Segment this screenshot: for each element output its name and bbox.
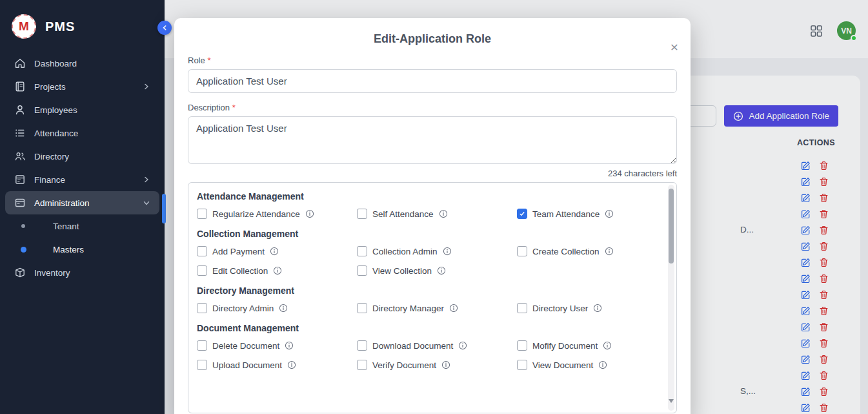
projects-icon [14, 81, 26, 92]
sidebar-item-label: Dashboard [34, 59, 150, 68]
info-icon[interactable] [437, 266, 446, 275]
sidebar-item-masters[interactable]: Masters [0, 238, 165, 261]
checkbox[interactable] [357, 246, 367, 256]
permission-item[interactable]: Download Document [357, 338, 517, 353]
info-icon[interactable] [287, 360, 296, 369]
info-icon[interactable] [598, 360, 607, 369]
permission-label: Verify Document [372, 360, 436, 370]
sidebar-item-dashboard[interactable]: Dashboard [5, 52, 159, 75]
permissions-scrollbar[interactable] [668, 185, 674, 411]
info-icon[interactable] [593, 304, 602, 313]
permission-label: Self Attendance [372, 209, 434, 219]
logo-icon: M [12, 14, 36, 39]
permission-label: Upload Document [212, 360, 282, 370]
logo-letter: M [19, 19, 29, 34]
sidebar-item-finance[interactable]: Finance [5, 168, 159, 191]
checkbox[interactable] [197, 340, 207, 351]
permission-section-title: Document Management [197, 323, 657, 333]
permission-item[interactable]: Team Attendance [517, 206, 677, 222]
permission-item[interactable]: Edit Collection [197, 263, 357, 278]
info-icon[interactable] [605, 209, 614, 218]
permission-item[interactable]: Add Payment [197, 243, 357, 259]
sidebar: M PMS Dashboard Projects Employees Atten… [0, 0, 165, 414]
description-field: Description * Application Test User 234 … [188, 103, 677, 178]
info-icon[interactable] [305, 209, 314, 218]
permission-item[interactable]: Directory User [517, 300, 677, 316]
checkbox[interactable] [197, 303, 207, 313]
permission-item[interactable]: Collection Admin [357, 243, 517, 259]
permission-item[interactable]: Regularize Attendance [197, 206, 357, 222]
scrollbar-down-arrow[interactable] [669, 399, 674, 403]
checkbox-checked[interactable] [517, 209, 527, 219]
permission-label: View Document [532, 360, 593, 370]
checkbox[interactable] [197, 265, 207, 276]
permission-label: Add Payment [212, 247, 265, 256]
checkbox[interactable] [357, 340, 367, 351]
permission-item[interactable]: Directory Admin [197, 300, 357, 316]
checkbox[interactable] [517, 340, 527, 351]
checkbox[interactable] [197, 246, 207, 256]
permission-item[interactable]: Mofify Document [517, 338, 677, 353]
permission-label: View Collection [372, 266, 432, 276]
permission-item[interactable]: Directory Manager [357, 300, 517, 316]
permission-label: Directory Manager [372, 304, 444, 313]
checkbox[interactable] [517, 303, 527, 313]
info-icon[interactable] [443, 247, 452, 256]
role-label: Role * [188, 56, 677, 65]
permission-item[interactable]: Upload Document [197, 357, 357, 373]
checkbox[interactable] [517, 360, 527, 370]
checkbox[interactable] [357, 265, 367, 276]
permission-item[interactable]: Verify Document [357, 357, 517, 373]
info-icon[interactable] [458, 341, 467, 350]
permission-item[interactable]: View Document [517, 357, 677, 373]
info-icon[interactable] [439, 209, 448, 218]
checkbox[interactable] [197, 209, 207, 219]
permission-item[interactable]: Delete Document [197, 338, 357, 353]
info-icon[interactable] [279, 304, 288, 313]
permission-item[interactable]: View Collection [357, 263, 517, 278]
required-asterisk: * [207, 56, 210, 65]
checkbox[interactable] [517, 246, 527, 256]
permission-section: Directory ManagementDirectory AdminDirec… [197, 285, 657, 316]
permission-item[interactable]: Self Attendance [357, 206, 517, 222]
info-icon[interactable] [270, 247, 279, 256]
sidebar-collapse-button[interactable] [157, 21, 172, 35]
scrollbar-thumb[interactable] [669, 189, 674, 264]
checkbox[interactable] [357, 209, 367, 219]
permission-label: Collection Admin [372, 247, 438, 256]
info-icon[interactable] [605, 247, 614, 256]
info-icon[interactable] [441, 360, 450, 369]
permission-label: Team Attendance [532, 209, 600, 219]
administration-icon [14, 197, 26, 209]
sidebar-item-attendance[interactable]: Attendance [5, 121, 159, 145]
info-icon[interactable] [273, 266, 282, 275]
info-icon[interactable] [603, 341, 612, 350]
permission-item[interactable]: Create Collection [517, 243, 677, 259]
sidebar-item-label: Finance [34, 175, 134, 185]
role-input[interactable] [188, 69, 677, 93]
modal-title: Edit-Application Role [188, 32, 677, 46]
permission-section-title: Collection Management [197, 229, 657, 239]
description-textarea[interactable]: Application Test User [188, 116, 677, 164]
sidebar-item-directory[interactable]: Directory [5, 145, 159, 168]
checkbox[interactable] [357, 360, 367, 370]
sidebar-item-label: Projects [34, 82, 134, 92]
logo: M PMS [0, 0, 165, 49]
sidebar-item-projects[interactable]: Projects [5, 75, 159, 98]
sidebar-item-tenant[interactable]: Tenant [0, 214, 165, 238]
permissions-list: Attendance ManagementRegularize Attendan… [197, 191, 657, 373]
required-asterisk: * [232, 103, 236, 112]
permission-label: Delete Document [212, 341, 279, 351]
info-icon[interactable] [449, 304, 458, 313]
sidebar-item-inventory[interactable]: Inventory [5, 261, 159, 284]
checkbox[interactable] [197, 360, 207, 370]
info-icon[interactable] [285, 341, 294, 350]
checkbox[interactable] [357, 303, 367, 313]
role-field: Role * [188, 56, 677, 93]
sidebar-item-administration[interactable]: Administration [5, 191, 159, 214]
close-icon[interactable]: × [669, 41, 680, 53]
sidebar-item-label: Inventory [34, 268, 150, 278]
sidebar-item-employees[interactable]: Employees [5, 98, 159, 121]
permission-label: Regularize Attendance [212, 209, 300, 219]
permission-section: Collection ManagementAdd PaymentCollecti… [197, 229, 657, 278]
